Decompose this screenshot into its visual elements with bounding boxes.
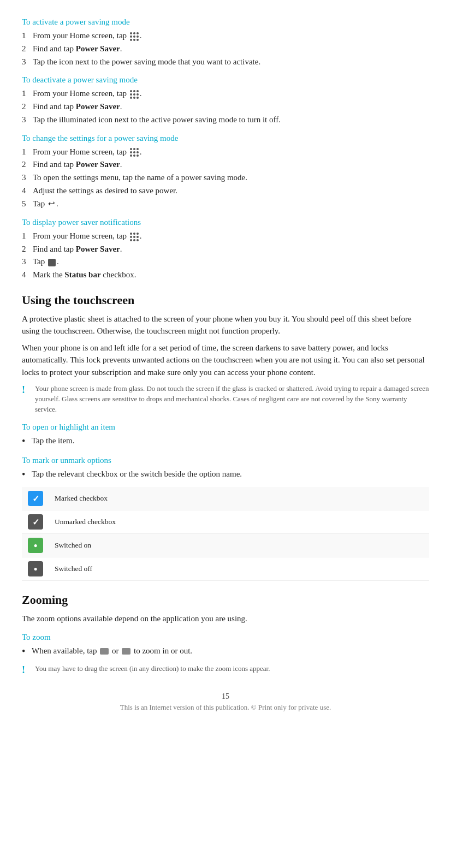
grid-icon-2: [130, 90, 139, 99]
step-display-3: 3 Tap .: [22, 256, 429, 268]
grid-icon-4: [130, 233, 139, 241]
table-row: ✓ Marked checkbox: [22, 487, 429, 510]
icon-cell-switch-on: ●: [22, 534, 49, 557]
step-change-2: 2 Find and tap Power Saver.: [22, 159, 429, 171]
list-to-zoom: • When available, tap or to zoom in or o…: [22, 645, 429, 658]
bullet-dot-1: •: [22, 434, 32, 448]
bullet-mark-options: • Tap the relevant checkbox or the switc…: [22, 468, 429, 481]
step-change-5: 5 Tap ↩.: [22, 198, 429, 210]
icon-cell-checked: ✓: [22, 487, 49, 510]
subsection-open-item: To open or highlight an item • Tap the i…: [22, 423, 429, 448]
step-display-1: 1 From your Home screen, tap .: [22, 230, 429, 242]
step-deactivate-1: 1 From your Home screen, tap .: [22, 88, 429, 100]
notice-icon-1: !: [22, 384, 32, 396]
section-activate: To activate a power saving mode 1 From y…: [22, 17, 429, 68]
step-deactivate-2: 2 Find and tap Power Saver.: [22, 101, 429, 113]
step-display-4: 4 Mark the Status bar checkbox.: [22, 269, 429, 281]
step-activate-2: 2 Find and tap Power Saver.: [22, 43, 429, 55]
steps-change: 1 From your Home screen, tap . 2 Find an…: [22, 146, 429, 210]
bullet-text-mark: Tap the relevant checkbox or the switch …: [32, 468, 242, 480]
section-change: To change the settings for a power savin…: [22, 134, 429, 210]
step-change-1: 1 From your Home screen, tap .: [22, 146, 429, 158]
section-touchscreen: Using the touchscreen A protective plast…: [22, 293, 429, 581]
icon-cell-unchecked: ✓: [22, 510, 49, 534]
bullet-zoom: • When available, tap or to zoom in or o…: [22, 645, 429, 658]
h2-zooming: Zooming: [22, 593, 429, 607]
step-activate-1: 1 From your Home screen, tap .: [22, 30, 429, 42]
step-activate-3: 3 Tap the icon next to the power saving …: [22, 56, 429, 68]
grid-icon-3: [130, 148, 139, 157]
steps-activate: 1 From your Home screen, tap . 2 Find an…: [22, 30, 429, 68]
icon-table: ✓ Marked checkbox ✓ Unmarked checkbox ●: [22, 487, 429, 581]
zoom-minus-icon: [100, 648, 109, 655]
notice-block-2: ! You may have to drag the screen (in an…: [22, 664, 429, 676]
zoom-plus-icon: [122, 648, 130, 655]
section-zooming: Zooming The zoom options available depen…: [22, 593, 429, 676]
heading-to-zoom: To zoom: [22, 633, 429, 642]
subsection-mark-options: To mark or unmark options • Tap the rele…: [22, 456, 429, 481]
grid-icon-1: [130, 32, 139, 41]
table-row: ✓ Unmarked checkbox: [22, 510, 429, 534]
undo-icon: ↩: [48, 198, 55, 210]
step-change-4: 4 Adjust the settings as desired to save…: [22, 185, 429, 197]
list-open-item: • Tap the item.: [22, 435, 429, 448]
para-touchscreen-1: A protective plastic sheet is attached t…: [22, 313, 429, 337]
menu-small-icon: [48, 259, 56, 266]
heading-change: To change the settings for a power savin…: [22, 134, 429, 143]
bullet-dot-2: •: [22, 467, 32, 481]
page-number: 15: [22, 692, 429, 701]
heading-activate: To activate a power saving mode: [22, 17, 429, 27]
footer: 15 This is an Internet version of this p…: [22, 692, 429, 712]
steps-deactivate: 1 From your Home screen, tap . 2 Find an…: [22, 88, 429, 126]
table-row: ● Switched on: [22, 534, 429, 557]
bullet-text-open: Tap the item.: [32, 435, 75, 447]
table-row: ● Switched off: [22, 557, 429, 581]
subsection-to-zoom: To zoom • When available, tap or to zoom…: [22, 633, 429, 658]
heading-display: To display power saver notifications: [22, 218, 429, 227]
heading-deactivate: To deactivate a power saving mode: [22, 75, 429, 85]
notice-block-1: ! Your phone screen is made from glass. …: [22, 384, 429, 415]
icon-cell-switch-off: ●: [22, 557, 49, 581]
label-marked-checkbox: Marked checkbox: [49, 487, 429, 510]
h2-touchscreen: Using the touchscreen: [22, 293, 429, 307]
bullet-dot-3: •: [22, 644, 32, 658]
section-display: To display power saver notifications 1 F…: [22, 218, 429, 281]
bullet-text-zoom: When available, tap or to zoom in or out…: [32, 645, 192, 657]
section-deactivate: To deactivate a power saving mode 1 From…: [22, 75, 429, 126]
heading-open-item: To open or highlight an item: [22, 423, 429, 432]
step-deactivate-3: 3 Tap the illuminated icon next to the a…: [22, 114, 429, 126]
heading-mark-options: To mark or unmark options: [22, 456, 429, 465]
list-mark-options: • Tap the relevant checkbox or the switc…: [22, 468, 429, 481]
label-unmarked-checkbox: Unmarked checkbox: [49, 510, 429, 534]
bullet-open-item: • Tap the item.: [22, 435, 429, 448]
notice-icon-2: !: [22, 664, 32, 676]
notice-text-1: Your phone screen is made from glass. Do…: [35, 384, 429, 415]
label-switched-off: Switched off: [49, 557, 429, 581]
steps-display: 1 From your Home screen, tap . 2 Find an…: [22, 230, 429, 281]
step-display-2: 2 Find and tap Power Saver.: [22, 243, 429, 255]
footer-note: This is an Internet version of this publ…: [22, 703, 429, 712]
label-switched-on: Switched on: [49, 534, 429, 557]
step-change-3: 3 To open the settings menu, tap the nam…: [22, 172, 429, 184]
notice-text-2: You may have to drag the screen (in any …: [35, 664, 429, 674]
para-zooming: The zoom options available depend on the…: [22, 613, 429, 625]
para-touchscreen-2: When your phone is on and left idle for …: [22, 342, 429, 379]
